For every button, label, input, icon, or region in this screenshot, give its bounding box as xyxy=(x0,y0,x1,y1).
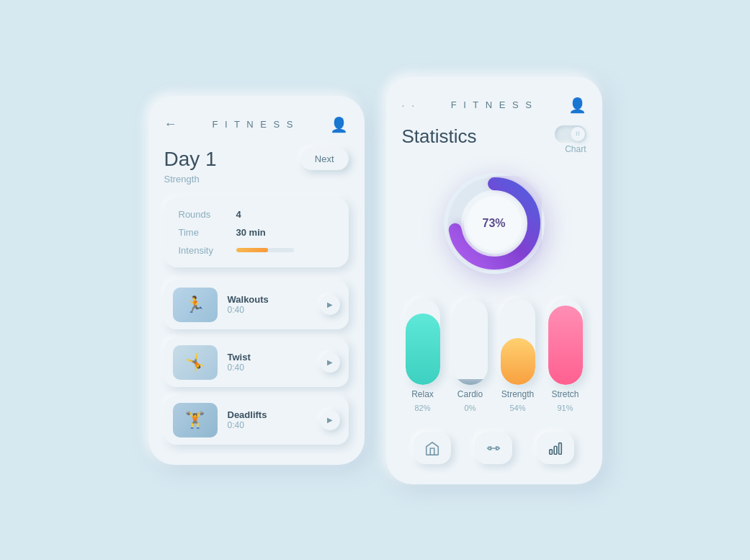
bar-fill-cardio xyxy=(453,379,488,385)
day-row: Day 1 Next xyxy=(164,148,349,171)
bar-percent-cardio: 0% xyxy=(465,404,476,412)
bar-wrapper-cardio xyxy=(453,298,488,385)
exercise-thumb-twist: 🤸 xyxy=(173,345,218,380)
svg-rect-9 xyxy=(558,443,561,454)
app-title-left: F I T N E S S xyxy=(212,119,295,130)
app-title-right: F I T N E S S xyxy=(451,99,534,110)
exercise-duration-twist: 0:40 xyxy=(228,363,310,373)
svg-rect-8 xyxy=(554,446,557,454)
bar-item-relax: Relax 82% xyxy=(406,298,440,412)
intensity-bar-bg xyxy=(236,248,294,252)
intensity-label: Intensity xyxy=(179,245,236,256)
back-button[interactable]: ← xyxy=(164,117,177,132)
exercise-thumb-deadlifts: 🏋️ xyxy=(173,403,218,437)
toggle-thumb: ⁞⁞ xyxy=(571,127,585,141)
bar-percent-relax: 82% xyxy=(414,404,430,412)
rounds-row: Rounds 4 xyxy=(179,209,334,220)
bar-percent-stretch: 91% xyxy=(557,404,573,412)
bar-label-stretch: Stretch xyxy=(551,389,579,399)
user-icon-right[interactable]: 👤 xyxy=(568,97,586,114)
twist-icon: 🤸 xyxy=(185,353,205,372)
exercise-duration-walkouts: 0:40 xyxy=(228,305,310,315)
exercise-name-twist: Twist xyxy=(228,352,310,363)
bar-fill-stretch xyxy=(548,306,583,384)
bar-wrapper-strength xyxy=(501,298,535,385)
nav-home-button[interactable] xyxy=(414,432,451,464)
donut-chart: 73% xyxy=(437,166,552,281)
exercise-list: 🏃 Walkouts 0:40 ▶ 🤸 Twist 0:40 ▶ 🏋️ Dea xyxy=(164,280,349,445)
time-row: Time 30 min xyxy=(179,227,334,238)
bar-wrapper-stretch xyxy=(548,298,583,385)
exercise-info-twist: Twist 0:40 xyxy=(228,352,310,373)
right-phone-card: · · F I T N E S S 👤 Statistics ⁞⁞ Chart xyxy=(386,76,602,484)
left-phone-card: ← F I T N E S S 👤 Day 1 Next Strength Ro… xyxy=(148,96,365,465)
bar-percent-strength: 54% xyxy=(509,404,525,412)
left-header: ← F I T N E S S 👤 xyxy=(164,116,349,133)
play-button-deadlifts[interactable]: ▶ xyxy=(320,410,340,430)
play-button-twist[interactable]: ▶ xyxy=(320,352,340,373)
bottom-nav xyxy=(402,424,586,464)
exercise-item-twist[interactable]: 🤸 Twist 0:40 ▶ xyxy=(164,338,349,387)
bar-label-cardio: Cardio xyxy=(457,389,483,399)
exercise-item-deadlifts[interactable]: 🏋️ Deadlifts 0:40 ▶ xyxy=(164,396,349,445)
rounds-label: Rounds xyxy=(179,209,236,220)
rounds-value: 4 xyxy=(236,209,241,220)
menu-dots-icon[interactable]: · · xyxy=(402,99,417,111)
chart-toggle[interactable]: ⁞⁞ xyxy=(555,125,586,143)
chart-label: Chart xyxy=(565,144,586,154)
nav-stats-button[interactable] xyxy=(537,432,574,464)
intensity-row: Intensity xyxy=(179,245,334,256)
deadlifts-icon: 🏋️ xyxy=(185,411,205,430)
chart-toggle-wrapper: ⁞⁞ Chart xyxy=(555,125,586,154)
bar-label-relax: Relax xyxy=(411,389,434,399)
nav-workout-button[interactable] xyxy=(475,432,512,464)
bar-wrapper-relax xyxy=(406,298,440,385)
bar-fill-relax xyxy=(406,314,440,384)
time-label: Time xyxy=(179,227,236,238)
bar-label-strength: Strength xyxy=(501,389,534,399)
right-header: · · F I T N E S S 👤 xyxy=(402,97,586,114)
intensity-bar-fill xyxy=(236,248,268,252)
day-subtitle: Strength xyxy=(164,174,349,185)
walkouts-icon: 🏃 xyxy=(185,295,205,314)
exercise-info-deadlifts: Deadlifts 0:40 xyxy=(228,409,310,430)
user-icon-left[interactable]: 👤 xyxy=(330,116,348,133)
next-button[interactable]: Next xyxy=(300,148,349,170)
stats-card: Rounds 4 Time 30 min Intensity xyxy=(164,197,349,267)
donut-chart-wrapper: 73% xyxy=(402,166,586,281)
bar-chart-row: Relax 82% Cardio 0% Strength 54% Stretch… xyxy=(402,298,586,412)
exercise-item-walkouts[interactable]: 🏃 Walkouts 0:40 ▶ xyxy=(164,280,349,329)
time-value: 30 min xyxy=(236,227,266,238)
exercise-name-deadlifts: Deadlifts xyxy=(228,409,310,420)
play-button-walkouts[interactable]: ▶ xyxy=(320,295,340,315)
bar-item-stretch: Stretch 91% xyxy=(548,298,583,412)
exercise-duration-deadlifts: 0:40 xyxy=(228,420,310,430)
day-title: Day 1 xyxy=(164,148,217,171)
bar-item-strength: Strength 54% xyxy=(501,298,535,412)
exercise-name-walkouts: Walkouts xyxy=(228,294,310,305)
statistics-title: Statistics xyxy=(402,125,477,148)
bar-fill-strength xyxy=(501,338,535,385)
svg-rect-7 xyxy=(550,449,553,453)
exercise-info-walkouts: Walkouts 0:40 xyxy=(228,294,310,315)
exercise-thumb-walkouts: 🏃 xyxy=(173,288,218,322)
bar-item-cardio: Cardio 0% xyxy=(453,298,488,412)
donut-percent: 73% xyxy=(482,217,505,230)
